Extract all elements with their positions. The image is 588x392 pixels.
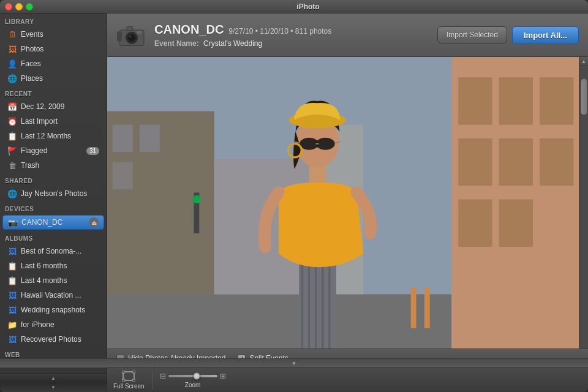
camera-small-icon: 📷 [8,217,18,227]
sidebar-section-shared: SHARED [0,173,107,186]
svg-rect-11 [113,125,133,152]
zoom-slider-thumb[interactable] [193,372,200,380]
sidebar-item-faces[interactable]: 👤 Faces [2,57,104,70]
fullscreen-button[interactable]: Full Screen [113,371,145,390]
album-icon: 🖼 [7,246,17,256]
event-value: Crystal's Wedding [203,39,262,48]
places-icon: 🌐 [7,74,17,83]
album-icon: 📋 [7,276,17,285]
eject-icon[interactable]: ⏏ [89,217,99,227]
divider [152,371,153,390]
sidebar-item-label: Jay Nelson's Photos [21,189,99,198]
sidebar-item-dec2009[interactable]: 📅 Dec 12, 2009 [2,100,104,113]
sidebar-item-last6months[interactable]: 📋 Last 6 months [2,259,104,273]
sidebar-item-recovered-photos[interactable]: 🖼 Recovered Photos [2,333,104,346]
zoom-label: Zoom [185,382,201,388]
svg-rect-6 [127,26,133,30]
sidebar-item-hawaii-vacation[interactable]: 🖼 Hawaii Vacation ... [2,288,104,302]
app-title: iPhoto [33,2,583,11]
trash-icon: 🗑 [7,160,17,170]
main-content: LIBRARY 🗓 Events 🖼 Photos 👤 Faces 🌐 Plac… [0,13,588,392]
zoom-control: ⊟ ⊞ Zoom [160,372,226,388]
fullscreen-icon [122,371,135,382]
sidebar-scroll-up[interactable]: ▲ [0,374,107,383]
import-icon: ⏰ [7,116,17,126]
svg-rect-7 [137,31,141,34]
sidebar-item-jay-nelson[interactable]: 🌐 Jay Nelson's Photos [2,187,104,200]
sidebar-item-events[interactable]: 🗓 Events [2,28,104,41]
sidebar-item-trash[interactable]: 🗑 Trash [2,159,104,172]
sidebar-item-label: Last 12 Months [21,132,99,140]
import-selected-button[interactable]: Import Selected [437,26,507,43]
event-label: Event Name: [154,39,199,48]
sidebar-item-last4months[interactable]: 📋 Last 4 months [2,274,104,287]
svg-rect-30 [424,287,430,328]
camera-svg [117,23,146,47]
photo-row: ▲ ▼ [107,57,588,349]
sidebar-item-label: Last 4 months [21,276,99,285]
sidebar-section-albums: ALBUMS [0,230,107,244]
sidebar-item-label: Best of Sonoma-... [21,247,99,255]
sidebar-item-label: Trash [21,161,99,170]
sidebar-item-best-sonoma[interactable]: 🖼 Best of Sonoma-... [2,244,104,258]
svg-rect-17 [458,77,492,124]
svg-point-28 [192,195,200,203]
svg-rect-21 [499,138,533,186]
sidebar-item-label: Events [21,30,99,39]
zoom-out-icon[interactable]: ⊟ [160,372,166,380]
sidebar-item-label: Wedding snapshots [21,306,99,314]
sidebar-item-flagged[interactable]: 🚩 Flagged 31 [2,144,104,157]
svg-point-39 [300,138,318,150]
svg-rect-20 [458,138,492,186]
maximize-button[interactable] [26,3,33,10]
sidebar-item-last12months[interactable]: 📋 Last 12 Months [2,129,104,143]
sidebar-scroll-down[interactable]: ▼ [0,383,107,392]
zoom-slider[interactable]: ⊟ ⊞ [160,372,226,380]
sidebar-item-canon-dc[interactable]: 📷 CANON_DC ⏏ [2,215,104,230]
fullscreen-label: Full Screen [113,383,145,390]
album-icon: 🖼 [7,305,17,315]
svg-rect-1 [117,31,122,41]
sidebar-item-wedding-snapshots[interactable]: 🖼 Wedding snapshots [2,303,104,317]
sidebar-item-for-iphone[interactable]: 📁 for iPhone [2,318,104,331]
sidebar-item-label: Dec 12, 2009 [21,102,99,111]
photos-icon: 🖼 [7,44,17,54]
sidebar-item-label: Faces [21,59,99,68]
sidebar-item-label: Last Import [21,117,99,126]
months-icon: 📋 [7,131,17,141]
svg-rect-29 [411,287,417,328]
svg-rect-19 [540,77,573,124]
close-button[interactable] [5,3,12,10]
sidebar: LIBRARY 🗓 Events 🖼 Photos 👤 Faces 🌐 Plac… [0,13,107,392]
device-name-row: CANON_DC 9/27/10 • 11/20/10 • 811 photos [154,23,430,37]
scroll-up-button[interactable]: ▲ [579,57,588,66]
events-icon: 🗓 [7,29,17,39]
sidebar-item-last-import[interactable]: ⏰ Last Import [2,115,104,128]
zoom-in-icon[interactable]: ⊞ [220,372,226,380]
sidebar-item-photos[interactable]: 🖼 Photos [2,42,104,56]
import-all-button[interactable]: Import All... [512,26,579,44]
sidebar-item-places[interactable]: 🌐 Places [2,72,104,85]
event-name-row: Event Name: Crystal's Wedding [154,39,430,48]
shared-icon: 🌐 [7,189,17,198]
scrollbar-thumb[interactable] [581,78,587,115]
svg-rect-31 [299,254,336,349]
camera-icon [116,20,147,50]
flag-icon: 🚩 [7,146,17,156]
sidebar-section-recent: RECENT [0,86,107,99]
svg-rect-49 [122,379,125,382]
svg-rect-23 [458,199,492,246]
svg-rect-22 [540,138,573,186]
traffic-lights [5,3,33,10]
minimize-button[interactable] [15,3,23,10]
sidebar-item-label: CANON_DC [21,218,85,227]
calendar-icon: 📅 [7,102,17,111]
zoom-slider-track[interactable] [168,375,217,377]
sidebar-item-label: Flagged [21,146,83,155]
svg-rect-24 [499,199,533,246]
device-name: CANON_DC [154,23,224,37]
sidebar-section-devices: DEVICES [0,201,107,214]
faces-icon: 👤 [7,59,17,69]
sidebar-item-label: Photos [21,45,99,53]
sidebar-item-label: Recovered Photos [21,335,99,344]
